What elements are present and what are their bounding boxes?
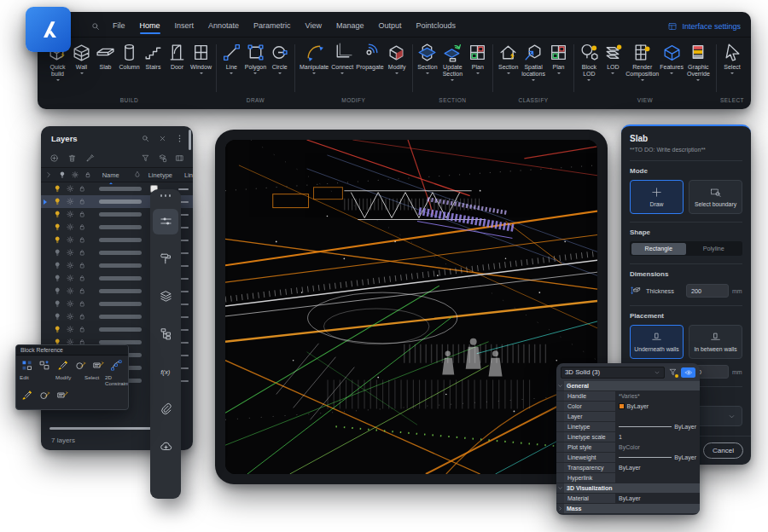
lock-icon[interactable] <box>78 197 87 206</box>
vertical-scrollbar[interactable] <box>189 130 191 150</box>
entity-selector-dropdown[interactable]: 3D Solid (3) <box>561 367 665 379</box>
layers-column-header[interactable]: Name Linetype Lin <box>41 168 193 182</box>
sun-icon[interactable] <box>66 286 75 296</box>
add-layer-icon[interactable] <box>49 153 59 163</box>
select-boundary-button[interactable]: Select boundary <box>689 180 742 214</box>
block-attributes2-button[interactable] <box>54 386 72 404</box>
menu-tab-manage[interactable]: Manage <box>336 18 364 34</box>
property-row-hyperlink[interactable]: Hyperlink <box>556 473 700 483</box>
ribbon-button-lod[interactable]: LOD <box>602 40 625 76</box>
drag-handle-icon[interactable] <box>160 194 172 197</box>
menu-tab-output[interactable]: Output <box>378 18 401 34</box>
ribbon-button-stairs[interactable]: Stairs <box>142 40 165 71</box>
lock-icon[interactable] <box>78 235 87 245</box>
block-select-button[interactable] <box>72 356 90 374</box>
bulb-icon[interactable] <box>53 197 62 206</box>
search-icon[interactable] <box>141 134 150 143</box>
bulb-icon[interactable] <box>53 299 62 309</box>
ribbon-button-polygon[interactable]: Polygon <box>244 40 267 76</box>
property-row-handle[interactable]: Handle*Varies* <box>556 391 700 402</box>
menu-tab-view[interactable]: View <box>305 18 322 34</box>
kebab-menu-icon[interactable] <box>175 134 184 143</box>
delete-layer-icon[interactable] <box>67 153 77 163</box>
lock-icon[interactable] <box>78 223 87 232</box>
sun-icon[interactable] <box>66 184 75 194</box>
quick-select-eye-button[interactable] <box>681 367 695 378</box>
materials-panel-button[interactable] <box>153 246 178 272</box>
property-row-linetype[interactable]: LinetypeByLayer <box>556 422 700 432</box>
attachments-panel-button[interactable] <box>153 396 178 422</box>
property-row-lineweight[interactable]: LineweightByLayer <box>556 453 700 463</box>
cancel-button[interactable]: Cancel <box>703 442 743 459</box>
menu-tab-parametric[interactable]: Parametric <box>253 18 291 34</box>
ribbon-button-select[interactable]: Select <box>721 40 744 76</box>
bulb-icon[interactable] <box>53 184 62 194</box>
bulb-icon[interactable] <box>53 261 62 270</box>
bulb-icon[interactable] <box>53 274 62 283</box>
property-row-plot-style[interactable]: Plot styleByColor <box>556 442 700 453</box>
sun-icon[interactable] <box>66 261 75 270</box>
close-icon[interactable] <box>158 134 167 143</box>
property-row-linetype-scale[interactable]: Linetype scale1 <box>556 432 700 442</box>
menu-tab-insert[interactable]: Insert <box>175 18 195 34</box>
layers-panel-button[interactable] <box>153 284 178 309</box>
block-attributes-button[interactable] <box>90 356 108 374</box>
lock-icon[interactable] <box>78 312 87 321</box>
lock-icon[interactable] <box>78 184 87 194</box>
lock-icon[interactable] <box>78 274 87 283</box>
block-select2-button[interactable] <box>36 386 54 404</box>
menu-tab-pointclouds[interactable]: Pointclouds <box>416 18 457 34</box>
block-modify-button[interactable] <box>54 356 72 374</box>
shape-option-polyline[interactable]: Polyline <box>686 243 742 255</box>
property-filter-icon[interactable] <box>668 367 678 377</box>
thickness-input[interactable] <box>686 284 729 298</box>
layer-states-icon[interactable] <box>158 153 167 163</box>
ribbon-button-render-composition[interactable]: Render Composition <box>625 40 660 83</box>
ribbon-button-connect[interactable]: Connect <box>330 40 354 76</box>
column-linetype[interactable]: Linetype <box>148 171 172 179</box>
menu-tab-file[interactable]: File <box>113 18 125 34</box>
ribbon-button-classify-plan[interactable]: Plan <box>547 40 570 76</box>
sun-icon[interactable] <box>66 223 75 232</box>
ribbon-button-modify[interactable]: Modify <box>386 40 409 76</box>
bulb-icon[interactable] <box>53 235 62 245</box>
sun-icon[interactable] <box>66 210 75 219</box>
section-3d-visualization[interactable]: 3D Visualization <box>556 483 700 494</box>
menu-tab-home[interactable]: Home <box>140 18 160 34</box>
lock-icon[interactable] <box>78 299 87 309</box>
property-row-material[interactable]: MaterialByLayer <box>556 494 700 504</box>
search-icon[interactable] <box>90 21 101 32</box>
ribbon-button-plan[interactable]: Plan <box>466 40 489 76</box>
ribbon-button-circle[interactable]: Circle <box>268 40 291 76</box>
ribbon-button-section[interactable]: Section <box>416 40 439 76</box>
properties-panel-button[interactable] <box>153 209 178 234</box>
ribbon-button-block-lod[interactable]: Block LOD <box>578 40 601 83</box>
sun-icon[interactable] <box>66 235 75 245</box>
ribbon-button-window[interactable]: Window <box>189 40 212 76</box>
expand-all-icon[interactable] <box>44 171 53 179</box>
in-between-walls-button[interactable]: In between walls <box>689 325 742 359</box>
column-name[interactable]: Name <box>102 171 119 179</box>
property-row-color[interactable]: ColorByLayer <box>556 402 700 412</box>
lock-icon[interactable] <box>78 325 87 334</box>
property-row-transparency[interactable]: TransparencyByLayer <box>556 463 700 473</box>
column-lineweight[interactable]: Lin <box>184 171 193 179</box>
draw-mode-button[interactable]: Draw <box>630 180 684 214</box>
ribbon-button-update-section[interactable]: Update Section <box>439 40 465 83</box>
sun-icon[interactable] <box>66 274 75 283</box>
bulb-icon[interactable] <box>53 210 62 219</box>
parameters-panel-button[interactable]: f(x) <box>153 359 178 385</box>
menu-tab-annotate[interactable]: Annotate <box>208 18 239 34</box>
lock-icon[interactable] <box>78 286 87 296</box>
ribbon-button-graphic-override[interactable]: Graphic Override <box>684 40 713 83</box>
model-viewport[interactable] <box>215 130 608 484</box>
purge-brush-icon[interactable] <box>85 153 95 163</box>
ribbon-button-classify-section[interactable]: Section <box>497 40 520 76</box>
lock-icon[interactable] <box>78 210 87 219</box>
sun-icon[interactable] <box>66 248 75 257</box>
shape-option-rectangle[interactable]: Rectangle <box>631 243 687 255</box>
lock-icon[interactable] <box>78 248 87 257</box>
interface-settings-button[interactable]: Interface settings <box>667 21 741 32</box>
cloud-panel-button[interactable] <box>153 434 178 460</box>
bricsys-logo[interactable] <box>26 7 71 52</box>
